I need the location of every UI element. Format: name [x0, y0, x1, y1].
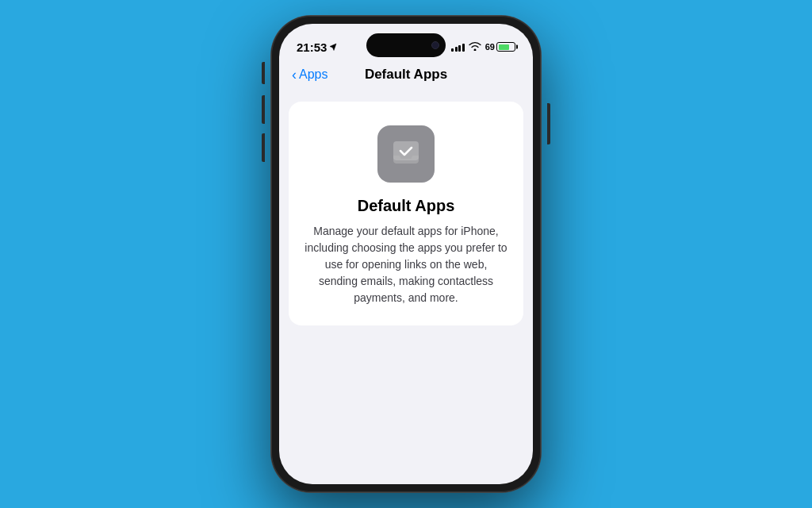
default-apps-icon: [377, 125, 435, 183]
icon-wrapper: [304, 125, 508, 183]
info-card: Default Apps Manage your default apps fo…: [289, 102, 523, 325]
time-display: 21:53: [297, 40, 327, 54]
status-time: 21:53: [297, 40, 337, 54]
back-label: Apps: [299, 67, 327, 82]
navigation-bar: ‹ Apps Default Apps: [279, 64, 533, 89]
phone-mockup: 21:53: [271, 16, 541, 492]
card-description: Manage your default apps for iPhone, inc…: [304, 223, 508, 306]
volume-down-button: [262, 133, 265, 162]
dynamic-island: [366, 33, 446, 57]
app-icon-svg: [390, 138, 422, 170]
back-chevron-icon: ‹: [292, 67, 297, 82]
content-area: Default Apps Manage your default apps fo…: [279, 89, 533, 462]
battery-icon: 69: [485, 42, 515, 52]
card-title: Default Apps: [304, 197, 508, 215]
power-button: [547, 103, 550, 144]
wifi-icon: [469, 41, 481, 53]
status-icons: 69: [451, 41, 515, 53]
signal-icon: [451, 42, 465, 52]
battery-percent: 69: [485, 42, 495, 52]
back-button[interactable]: ‹ Apps: [292, 67, 327, 82]
silent-switch: [262, 62, 265, 84]
location-icon: [329, 43, 337, 51]
camera: [431, 41, 439, 49]
page-title: Default Apps: [365, 67, 447, 83]
volume-up-button: [262, 95, 265, 124]
